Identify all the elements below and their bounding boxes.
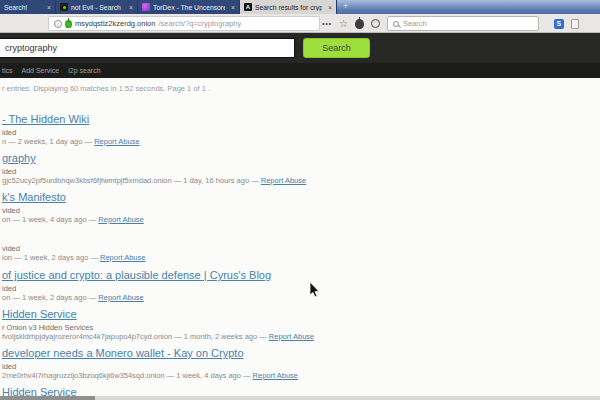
new-tab-button[interactable]: + [337, 0, 354, 14]
tab-close-icon[interactable]: × [228, 4, 235, 11]
report-abuse-link[interactable]: Report Abuse [269, 332, 314, 341]
result-description: r Onion v3 Hidden Services [2, 323, 592, 332]
result-meta-line: 2rne0rhv4l7rhagruzzljo3bzoq6kji6w354sqd.… [2, 371, 592, 380]
search-result: graphy ided gjc52ucy2pf5urdbhqw3kbsf6fjf… [2, 148, 592, 187]
result-title-link[interactable]: k's Manifesto [2, 190, 66, 204]
result-meta-line: fvoljskldrhpjdyajrozeror4mc4k7japupo4p7c… [2, 332, 592, 341]
browser-tab-bar: Search! × not Evil - Search Tor × TorDex… [0, 0, 600, 14]
tab-not-evil[interactable]: not Evil - Search Tor × [56, 0, 138, 14]
report-abuse-link[interactable]: Report Abuse [94, 137, 139, 146]
report-abuse-link[interactable]: Report Abuse [253, 371, 298, 380]
result-title-link[interactable]: - The Hidden Wiki [2, 112, 89, 126]
result-description: vided [2, 206, 592, 215]
report-abuse-link[interactable]: Report Abuse [261, 176, 306, 185]
page-actions-icon[interactable]: ••• [322, 19, 332, 28]
site-header: cryptography Search [0, 33, 600, 63]
result-onion-url: ion — 1 week, 2 days ago — [2, 253, 100, 262]
toolbar-search-placeholder: Search [403, 19, 427, 28]
not-evil-favicon-icon [60, 3, 68, 11]
result-description: vided [2, 244, 592, 253]
tab-search[interactable]: Search! × [0, 0, 56, 14]
result-meta-line: on — 1 week, 4 days ago — Report Abuse [2, 215, 592, 224]
result-onion-url: on — 1 week, 2 days ago — [2, 293, 98, 302]
search-result: k's Manifesto vided on — 1 week, 4 days … [2, 187, 592, 226]
tordex-favicon-icon [142, 3, 150, 11]
search-result: Hidden Service [2, 382, 592, 396]
url-path: /search/?q=cryptography [158, 19, 241, 28]
ahmia-results-page: cryptography Search tics Add Service i2p… [0, 33, 600, 396]
report-abuse-link[interactable]: Report Abuse [100, 253, 145, 262]
result-description: ided [2, 167, 592, 176]
extension-icon[interactable]: S [554, 19, 564, 29]
tab-label: Search! [4, 4, 27, 11]
torbutton-icon[interactable] [355, 19, 364, 29]
result-title-link[interactable]: Hidden Service [2, 307, 77, 321]
site-info-icon[interactable]: i [54, 20, 62, 28]
report-abuse-link[interactable]: Report Abuse [98, 215, 143, 224]
subnav-link-i2p-search[interactable]: i2p search [68, 67, 100, 74]
onion-circuit-icon[interactable] [65, 20, 72, 28]
tab-label: TorDex - The Uncensored Tor Index [153, 4, 225, 11]
result-description: ided [2, 128, 592, 137]
result-description: ided [2, 362, 592, 371]
result-meta-line: gjc52ucy2pf5urdbhqw3kbsf6fjfwmtpjf5xmdad… [2, 176, 592, 185]
library-icon[interactable] [571, 19, 579, 29]
tab-ahmia-active[interactable]: A Search results for cryptography × [240, 0, 337, 14]
result-title-link[interactable]: of justice and crypto: a plausible defen… [2, 268, 271, 282]
results-list: - The Hidden Wiki ided n — 2 weeks, 1 da… [2, 109, 592, 396]
result-title-link[interactable]: developer needs a Monero wallet - Kay on… [2, 346, 244, 360]
browser-toolbar: i msydqstlz2kzerdg.onion/search/?q=crypt… [0, 14, 600, 33]
search-result: of justice and crypto: a plausible defen… [2, 265, 592, 304]
result-meta-line: on — 1 week, 2 days ago — Report Abuse [2, 293, 592, 302]
tab-close-icon[interactable]: × [325, 4, 332, 11]
tab-tordex[interactable]: TorDex - The Uncensored Tor Index × [138, 0, 240, 14]
results-stats-line: r entries. Displaying 60 matches in 1.52… [2, 84, 210, 93]
tab-label: not Evil - Search Tor [71, 4, 123, 11]
result-meta-line: n — 2 weeks, 1 day ago — Report Abuse [2, 137, 592, 146]
result-title-link[interactable]: Hidden Service [2, 385, 77, 396]
address-bar[interactable]: i msydqstlz2kzerdg.onion/search/?q=crypt… [48, 16, 320, 31]
tab-close-icon[interactable]: × [126, 4, 133, 11]
ahmia-favicon-icon: A [244, 3, 252, 11]
horizontal-scrollbar[interactable] [0, 396, 600, 400]
tab-close-icon[interactable]: × [44, 4, 51, 11]
result-onion-url: on — 1 week, 4 days ago — [2, 215, 98, 224]
scrollbar-thumb[interactable] [0, 396, 95, 400]
subnav-link-statistics[interactable]: tics [2, 67, 13, 74]
search-result: Hidden Service r Onion v3 Hidden Service… [2, 304, 592, 343]
search-result: - The Hidden Wiki ided n — 2 weeks, 1 da… [2, 109, 592, 148]
report-abuse-link[interactable]: Report Abuse [98, 293, 143, 302]
toolbar-search-field[interactable]: Search [387, 16, 539, 31]
search-icon [393, 21, 399, 27]
site-search-input[interactable]: cryptography [0, 38, 295, 58]
result-onion-url: n — 2 weeks, 1 day ago — [2, 137, 94, 146]
subnav-link-add-service[interactable]: Add Service [22, 67, 60, 74]
bookmark-star-icon[interactable]: ☆ [339, 19, 348, 29]
search-result: vided ion — 1 week, 2 days ago — Report … [2, 226, 592, 265]
result-onion-url: gjc52ucy2pf5urdbhqw3kbsf6fjfwmtpjf5xmdad… [2, 176, 261, 185]
site-subnav: tics Add Service i2p search [0, 63, 600, 78]
result-meta-line: ion — 1 week, 2 days ago — Report Abuse [2, 253, 592, 262]
result-description: ided [2, 284, 592, 293]
site-search-button[interactable]: Search [303, 38, 370, 58]
url-domain: msydqstlz2kzerdg.onion [75, 19, 155, 28]
search-result: developer needs a Monero wallet - Kay on… [2, 343, 592, 382]
result-title-link[interactable]: graphy [2, 151, 36, 165]
noscript-ring-icon[interactable] [371, 19, 380, 28]
result-onion-url: fvoljskldrhpjdyajrozeror4mc4k7japupo4p7c… [2, 332, 269, 341]
result-onion-url: 2rne0rhv4l7rhagruzzljo3bzoq6kji6w354sqd.… [2, 371, 253, 380]
tab-label: Search results for cryptography [255, 4, 322, 11]
